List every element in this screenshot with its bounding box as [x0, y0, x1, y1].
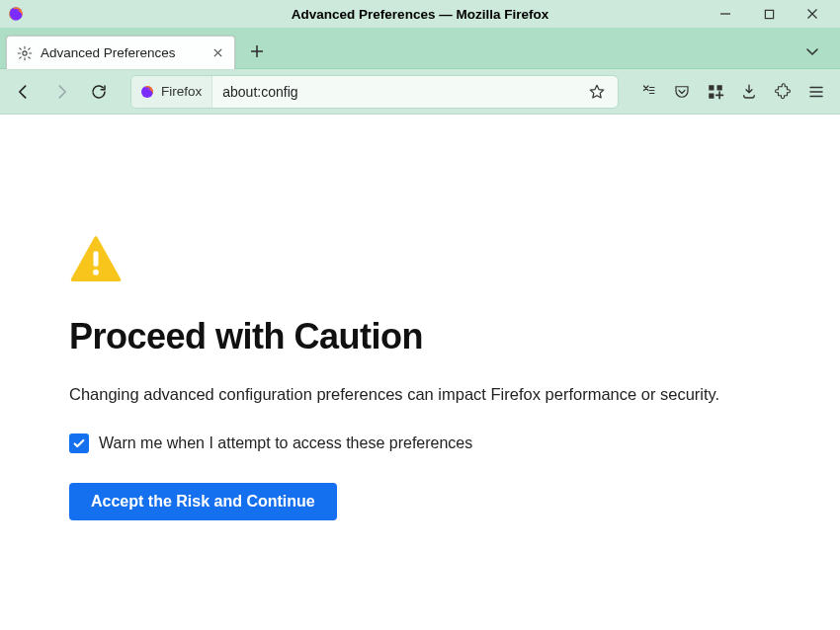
all-tabs-button[interactable]	[798, 38, 826, 65]
warn-checkbox-row[interactable]: Warn me when I attempt to access these p…	[69, 433, 771, 453]
identity-box[interactable]: Firefox	[131, 75, 212, 109]
toolbar-right	[632, 76, 832, 108]
svg-point-5	[23, 50, 27, 54]
window-controls	[714, 2, 834, 26]
accept-risk-button[interactable]: Accept the Risk and Continue	[69, 483, 337, 520]
back-button[interactable]	[8, 76, 40, 108]
tab-label: Advanced Preferences	[41, 45, 201, 60]
addons-button[interactable]	[700, 76, 731, 108]
tab-advanced-preferences[interactable]: Advanced Preferences	[6, 36, 235, 69]
reader-view-button[interactable]	[632, 76, 664, 108]
identity-label: Firefox	[161, 84, 202, 99]
warning-triangle-icon	[69, 233, 123, 286]
app-menu-button[interactable]	[800, 76, 832, 108]
minimize-button[interactable]	[714, 2, 737, 26]
svg-rect-11	[709, 85, 714, 90]
close-button[interactable]	[800, 2, 824, 26]
new-tab-button[interactable]	[243, 38, 271, 65]
address-bar[interactable]: Firefox about:config	[130, 75, 619, 109]
svg-rect-2	[765, 10, 773, 18]
svg-rect-17	[93, 252, 98, 267]
gear-icon	[17, 45, 33, 61]
svg-point-18	[93, 270, 99, 276]
svg-rect-12	[717, 85, 722, 90]
downloads-button[interactable]	[733, 76, 765, 108]
url-text: about:config	[212, 84, 582, 100]
maximize-button[interactable]	[757, 2, 781, 26]
forward-button[interactable]	[45, 76, 77, 108]
reload-button[interactable]	[83, 76, 115, 108]
svg-rect-13	[709, 93, 714, 98]
titlebar: Advanced Preferences — Mozilla Firefox	[0, 0, 840, 28]
caution-body-text: Changing advanced configuration preferen…	[69, 383, 771, 406]
tab-strip: Advanced Preferences	[0, 28, 840, 69]
navigation-toolbar: Firefox about:config	[0, 69, 840, 115]
firefox-brand-icon	[139, 84, 155, 100]
caution-heading: Proceed with Caution	[69, 316, 771, 357]
checkbox-checked-icon[interactable]	[69, 433, 89, 453]
pocket-button[interactable]	[666, 76, 698, 108]
firefox-logo-icon	[6, 4, 26, 24]
bookmark-star-button[interactable]	[582, 77, 612, 107]
page-content: Proceed with Caution Changing advanced c…	[0, 115, 840, 560]
tab-close-button[interactable]	[209, 44, 226, 62]
checkbox-label: Warn me when I attempt to access these p…	[99, 434, 472, 452]
extensions-button[interactable]	[767, 76, 798, 108]
